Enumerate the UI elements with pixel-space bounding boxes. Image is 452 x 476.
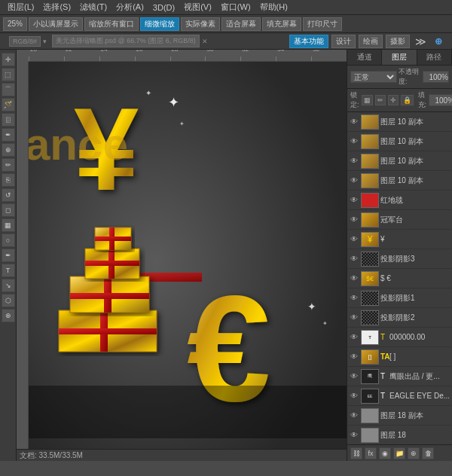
layer-visibility-icon[interactable]: 👁 xyxy=(349,431,359,439)
fit-screen2-btn[interactable]: 适合屏幕 xyxy=(221,17,261,31)
layer-item-18-copy[interactable]: 👁 图层 18 副本 xyxy=(347,406,452,426)
layer-visibility-icon[interactable]: 👁 xyxy=(349,352,359,361)
layer-item-dollar-euro[interactable]: 👁 $€ $ € xyxy=(347,269,452,288)
lasso-tool[interactable]: ⌒ xyxy=(2,83,15,96)
layer-visibility-icon[interactable]: 👁 xyxy=(349,333,359,341)
path-tool[interactable]: ↘ xyxy=(2,279,15,292)
layer-item[interactable]: 👁 图层 10 副本 xyxy=(347,151,452,171)
workspace-paint-btn[interactable]: 绘画 xyxy=(359,35,383,48)
dodge-tool[interactable]: ○ xyxy=(2,233,15,247)
layer-visibility-icon[interactable]: 👁 xyxy=(349,392,359,400)
menu-filter[interactable]: 滤镜(T) xyxy=(75,0,111,14)
layer-item-text-eagle[interactable]: 👁 鹰 T 鹰眼出品 / 更... xyxy=(347,367,452,386)
pen-tool[interactable]: ✒ xyxy=(2,249,15,262)
menu-3d[interactable]: 3D(D) xyxy=(148,0,179,14)
link-layers-btn[interactable]: ⛓ xyxy=(350,447,362,459)
lock-pixels-btn[interactable]: ✏ xyxy=(375,95,386,105)
layer-item-text-eagleeye[interactable]: 👁 EE T EAGLE EYE De... xyxy=(347,386,452,406)
gradient-tool[interactable]: ▦ xyxy=(2,218,15,232)
brush-tool[interactable]: ✏ xyxy=(2,158,15,172)
layer-visibility-icon[interactable]: 👁 xyxy=(349,117,359,126)
heal-tool[interactable]: ⊕ xyxy=(2,143,15,157)
layer-item-red-carpet[interactable]: 👁 红地毯 xyxy=(347,191,452,210)
layer-visibility-icon[interactable]: 👁 xyxy=(349,274,359,282)
menu-help[interactable]: 帮助(H) xyxy=(255,0,292,14)
tab-channels[interactable]: 通道 xyxy=(347,50,382,65)
layer-item-yen[interactable]: 👁 ¥ ¥ xyxy=(347,230,452,249)
clone-tool[interactable]: ⎘ xyxy=(2,173,15,187)
fill-input[interactable] xyxy=(429,94,452,106)
layer-visibility-icon[interactable]: 👁 xyxy=(349,215,359,224)
history-tool[interactable]: ↺ xyxy=(2,188,15,202)
delete-layer-btn[interactable]: 🗑 xyxy=(422,447,434,459)
chevron-right-icon[interactable]: ≫ xyxy=(413,35,428,47)
layer-thumbnail xyxy=(361,252,379,267)
layer-item[interactable]: 👁 图层 10 副本 xyxy=(347,112,452,132)
layer-list[interactable]: 👁 图层 10 副本 👁 图层 10 副本 👁 图层 10 副本 xyxy=(347,112,452,444)
layer-select[interactable]: RGB/8# xyxy=(9,36,41,47)
actual-size-btn[interactable]: 实际像素 xyxy=(181,17,220,31)
layer-item-18[interactable]: 👁 图层 18 xyxy=(347,426,452,444)
menu-analyze[interactable]: 分析(A) xyxy=(111,0,148,14)
fine-zoom-btn[interactable]: 细微缩放 xyxy=(140,17,179,31)
layer-visibility-icon[interactable]: 👁 xyxy=(349,411,359,420)
layer-visibility-icon[interactable]: 👁 xyxy=(349,255,359,263)
crop-tool[interactable]: ⌹ xyxy=(2,113,15,127)
add-style-btn[interactable]: fx xyxy=(365,447,377,459)
layer-item[interactable]: 👁 图层 10 副本 xyxy=(347,132,452,151)
workspace-photo-btn[interactable]: 摄影 xyxy=(386,35,410,48)
menu-select[interactable]: 选择(S) xyxy=(38,0,75,14)
menu-layer[interactable]: 图层(L) xyxy=(3,0,38,14)
fit-screen-btn[interactable]: 小以满屏显示 xyxy=(29,17,83,31)
layer-item[interactable]: 👁 图层 10 副本 xyxy=(347,171,452,191)
zoom-tool[interactable]: ⊕ xyxy=(2,309,15,322)
blend-mode-select[interactable]: 正常 溶解 正片叠底 xyxy=(350,71,397,83)
move-tool[interactable]: ✛ xyxy=(2,53,15,66)
layer-item-shadow2[interactable]: 👁 投影阴影2 xyxy=(347,308,452,328)
new-group-btn[interactable]: 📁 xyxy=(393,447,405,459)
menu-window[interactable]: 窗口(W) xyxy=(216,0,255,14)
text-tool[interactable]: T xyxy=(2,264,15,277)
layer-visibility-icon[interactable]: 👁 xyxy=(349,235,359,243)
add-mask-btn[interactable]: ◉ xyxy=(379,447,391,459)
tab-layers[interactable]: 图层 xyxy=(382,50,417,65)
eyedropper-tool[interactable]: ✒ xyxy=(2,128,15,142)
marquee-tool[interactable]: ⬚ xyxy=(2,68,15,81)
layer-item-text-number[interactable]: 👁 T T 000000.00 xyxy=(347,328,452,347)
layer-item-podium[interactable]: 👁 冠军台 xyxy=(347,210,452,230)
file-tab[interactable]: 美元选择缩略图.psd @ 66.7% (图层 6, RGB/8) xyxy=(52,35,200,47)
lock-row: 锁定: ▦ ✏ ✛ 🔒 填充: xyxy=(347,89,452,112)
layer-visibility-icon[interactable]: 👁 xyxy=(349,372,359,380)
wand-tool[interactable]: 🪄 xyxy=(2,98,15,111)
layer-name: 投影阴影1 xyxy=(380,293,450,304)
layer-name: 图层 18 副本 xyxy=(380,410,450,421)
tab-paths[interactable]: 路径 xyxy=(417,50,452,65)
eraser-tool[interactable]: ◻ xyxy=(2,203,15,217)
shape-tool[interactable]: ⬡ xyxy=(2,294,15,307)
sparkle4: ✦ xyxy=(307,301,316,313)
lock-position-btn[interactable]: ✛ xyxy=(388,95,399,105)
layer-item-shadow1[interactable]: 👁 投影阴影1 xyxy=(347,288,452,308)
layer-visibility-icon[interactable]: 👁 xyxy=(349,157,359,165)
layer-item-text-bracket[interactable]: 👁 [] TA [ ] xyxy=(347,347,452,367)
shrink-all-btn[interactable]: 缩放所有窗口 xyxy=(84,17,139,31)
layer-visibility-icon[interactable]: 👁 xyxy=(349,313,359,322)
layer-thumbnail xyxy=(361,212,379,227)
lock-transparent-btn[interactable]: ▦ xyxy=(362,95,373,105)
layer-visibility-icon[interactable]: 👁 xyxy=(349,294,359,302)
layer-visibility-icon[interactable]: 👁 xyxy=(349,176,359,185)
lock-all-btn[interactable]: 🔒 xyxy=(401,95,414,105)
workspace-design-btn[interactable]: 设计 xyxy=(331,35,356,48)
layer-visibility-icon[interactable]: 👁 xyxy=(349,196,359,204)
new-layer-btn[interactable]: ⊕ xyxy=(408,447,420,459)
zoom-level[interactable]: 25% xyxy=(3,17,27,31)
print-size-btn[interactable]: 打印尺寸 xyxy=(303,17,342,31)
workspace-basic-btn[interactable]: 基本功能 xyxy=(289,35,328,48)
layer-item-shadow3[interactable]: 👁 投影阴影3 xyxy=(347,249,452,269)
opacity-input[interactable] xyxy=(423,71,449,83)
layer-visibility-icon[interactable]: 👁 xyxy=(349,137,359,145)
layer-thumbnail: [] xyxy=(361,349,379,365)
layer-thumbnail: 鹰 xyxy=(361,369,379,384)
fill-screen-btn[interactable]: 填充屏幕 xyxy=(262,17,301,31)
menu-view[interactable]: 视图(V) xyxy=(179,0,216,14)
